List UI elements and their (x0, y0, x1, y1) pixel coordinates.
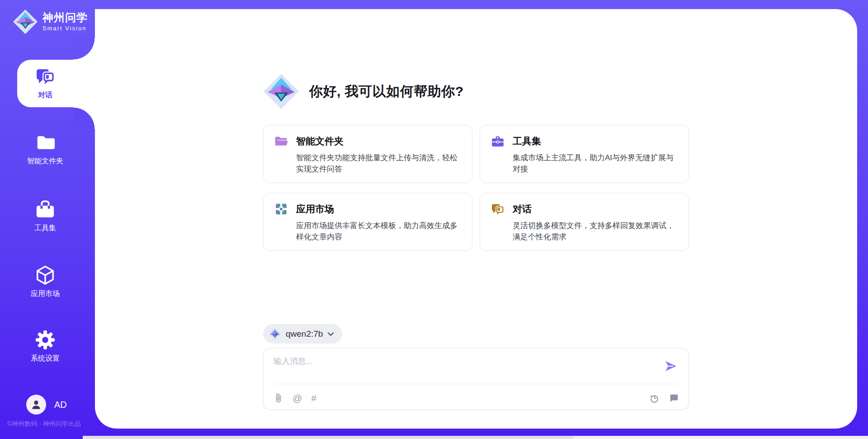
card-description: 集成市场上主流工具，助力AI与外界无缝扩展与对接 (513, 153, 678, 175)
user-account[interactable]: AD (26, 395, 67, 415)
greeting-text: 你好, 我可以如何帮助你? (309, 82, 464, 101)
chat-icon (35, 66, 56, 87)
comment-icon (669, 393, 679, 403)
card-title: 对话 (513, 203, 532, 215)
model-logo-diamond-icon (269, 328, 281, 340)
active-tab-fillet-top (73, 38, 95, 60)
toolbox-icon (35, 199, 56, 220)
sidebar: 神州问学 Smart Vision 对话 智能文件夹 (0, 0, 95, 439)
sidebar-item-label: 智能文件夹 (0, 157, 90, 166)
sidebar-item-toolbox[interactable]: 工具集 (0, 199, 90, 233)
brand-logo-diamond-icon (13, 9, 38, 34)
main-panel: 你好, 我可以如何帮助你? 智能文件夹 智能文件夹功能支持批量文件上传与清洗，轻… (95, 9, 857, 429)
message-composer: @ # (263, 348, 689, 410)
folder-open-icon (274, 134, 288, 148)
user-name: AD (54, 400, 67, 410)
comment-button[interactable] (669, 393, 679, 403)
history-button[interactable] (650, 393, 660, 403)
composer-divider (274, 384, 679, 384)
feature-cards: 智能文件夹 智能文件夹功能支持批量文件上传与清洗，轻松实现文件问答 工具集 集成… (263, 125, 689, 251)
sidebar-item-label: 工具集 (0, 224, 90, 233)
card-title: 工具集 (513, 135, 541, 148)
mention-button at-icon[interactable]: @ (292, 393, 302, 403)
brand-subtitle: Smart Vision (42, 25, 88, 32)
gear-icon (35, 329, 56, 350)
sidebar-item-label: 系统设置 (0, 354, 90, 363)
sidebar-item-app-market[interactable]: 应用市场 (0, 265, 90, 299)
model-name: qwen2:7b (286, 329, 323, 339)
brand-name: 神州问学 (42, 12, 88, 24)
paperclip-icon (274, 393, 283, 403)
greeting: 你好, 我可以如何帮助你? (263, 73, 464, 110)
brand: 神州问学 Smart Vision (13, 9, 88, 34)
avatar (26, 395, 46, 415)
main-content: 你好, 我可以如何帮助你? 智能文件夹 智能文件夹功能支持批量文件上传与清洗，轻… (263, 9, 689, 429)
card-smart-folder[interactable]: 智能文件夹 智能文件夹功能支持批量文件上传与清洗，轻松实现文件问答 (263, 125, 472, 183)
composer-toolbar: @ # (274, 390, 679, 406)
sidebar-item-label: 应用市场 (0, 289, 90, 299)
send-icon[interactable] (664, 359, 678, 373)
scrollbar-thumb[interactable] (83, 436, 573, 439)
card-app-market[interactable]: 应用市场 应用市场提供丰富长文本模板，助力高效生成多样化文章内容 (263, 193, 472, 251)
briefcase-icon (491, 134, 505, 148)
sidebar-item-smart-folder[interactable]: 智能文件夹 (0, 132, 90, 166)
card-description: 智能文件夹功能支持批量文件上传与清洗，轻松实现文件问答 (296, 153, 461, 175)
topic-button hash-icon[interactable]: # (311, 393, 316, 403)
card-description: 应用市场提供丰富长文本模板，助力高效生成多样化文章内容 (296, 220, 461, 243)
card-title: 应用市场 (296, 203, 334, 215)
chevron-down-icon (327, 332, 334, 336)
sidebar-item-settings[interactable]: 系统设置 (0, 329, 90, 363)
horizontal-scrollbar[interactable] (83, 436, 868, 439)
attach-file-button[interactable] (274, 393, 283, 403)
chat-icon (491, 202, 505, 216)
cube-icon (35, 265, 56, 286)
active-tab-fillet-bottom (73, 107, 95, 129)
sidebar-item-label: 对话 (0, 91, 90, 100)
card-title: 智能文件夹 (296, 135, 344, 148)
person-icon (30, 399, 42, 410)
history-icon (650, 393, 660, 403)
message-input[interactable] (274, 356, 644, 381)
card-toolbox[interactable]: 工具集 集成市场上主流工具，助力AI与外界无缝扩展与对接 (480, 125, 689, 183)
app-grid-icon (274, 202, 288, 216)
folder-icon (35, 132, 56, 153)
model-selector[interactable]: qwen2:7b (263, 324, 342, 344)
greeting-logo-diamond-icon (263, 73, 299, 110)
card-description: 灵活切换多模型文件，支持多样回复效果调试，满足个性化需求 (513, 220, 678, 243)
copyright-text: ©神州数码 · 神州问学出品 (7, 420, 81, 428)
sidebar-item-chat[interactable]: 对话 (0, 66, 90, 100)
card-chat[interactable]: 对话 灵活切换多模型文件，支持多样回复效果调试，满足个性化需求 (480, 193, 689, 251)
